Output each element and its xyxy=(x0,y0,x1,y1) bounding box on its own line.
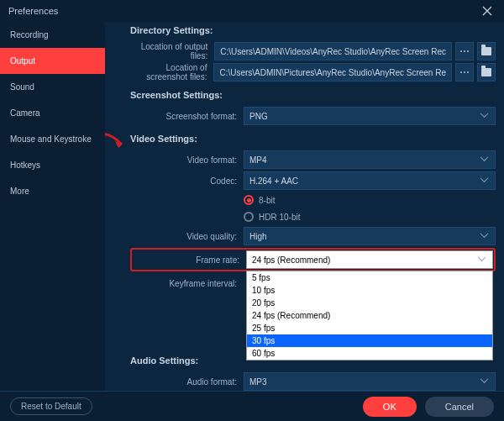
cancel-button[interactable]: Cancel xyxy=(425,397,494,417)
window-title: Preferences xyxy=(8,6,58,16)
framerate-option[interactable]: 30 fps xyxy=(247,334,492,347)
footer: Reset to Default OK Cancel xyxy=(0,391,504,421)
video-quality-select[interactable]: High xyxy=(244,227,496,245)
section-screenshot-title: Screenshot Settings: xyxy=(130,90,496,100)
close-button[interactable] xyxy=(479,3,496,19)
framerate-option[interactable]: 10 fps xyxy=(247,284,492,297)
framerate-option[interactable]: 25 fps xyxy=(247,322,492,334)
video-format-select[interactable]: MP4 xyxy=(244,150,496,169)
ok-button[interactable]: OK xyxy=(363,397,417,417)
sidebar-item-sound[interactable]: Sound xyxy=(0,74,105,100)
video-codec-select[interactable]: H.264 + AAC xyxy=(244,171,496,190)
radio-unselected-icon xyxy=(244,212,254,222)
sidebar: Recording Output Sound Camera Mouse and … xyxy=(0,22,105,391)
framerate-option[interactable]: 24 fps (Recommend) xyxy=(247,309,492,322)
screenshot-files-label: Location of screenshot files: xyxy=(130,63,213,82)
framerate-select[interactable]: 24 fps (Recommend) xyxy=(246,250,493,269)
framerate-option[interactable]: 5 fps xyxy=(247,271,492,284)
content-pane: Directory Settings: Location of output f… xyxy=(105,22,504,391)
sidebar-item-recording[interactable]: Recording xyxy=(0,22,105,48)
chevron-down-icon xyxy=(481,232,490,240)
folder-icon xyxy=(481,68,491,76)
radio-selected-icon xyxy=(244,195,254,205)
screenshot-files-open-folder-button[interactable] xyxy=(477,63,496,82)
video-format-label: Video format: xyxy=(130,155,244,165)
sidebar-item-more[interactable]: More xyxy=(0,178,105,204)
framerate-highlight-annotation: Frame rate: 24 fps (Recommend) 5 fps 10 … xyxy=(130,248,496,271)
chevron-down-icon xyxy=(479,255,487,264)
chevron-down-icon xyxy=(481,377,490,386)
ellipsis-icon xyxy=(459,66,470,78)
output-files-label: Location of output files: xyxy=(130,42,214,61)
reset-to-default-button[interactable]: Reset to Default xyxy=(10,397,92,415)
screenshot-files-browse-button[interactable] xyxy=(455,63,474,82)
framerate-dropdown-list: 5 fps 10 fps 20 fps 24 fps (Recommend) 2… xyxy=(246,271,493,360)
video-quality-label: Video quality: xyxy=(130,232,244,241)
screenshot-files-path[interactable]: C:\Users\ADMIN\Pictures\AnyRec Studio\An… xyxy=(213,63,452,82)
close-icon xyxy=(482,6,492,16)
output-files-browse-button[interactable] xyxy=(455,42,474,61)
ellipsis-icon xyxy=(459,45,470,57)
framerate-option[interactable]: 20 fps xyxy=(247,297,492,309)
section-directory-title: Directory Settings: xyxy=(130,25,496,35)
sidebar-item-mouse-keystroke[interactable]: Mouse and Keystroke xyxy=(0,126,105,152)
folder-icon xyxy=(481,47,491,55)
sidebar-item-output[interactable]: Output xyxy=(0,48,105,74)
chevron-down-icon xyxy=(481,112,490,120)
bitdepth-hdr10bit-radio[interactable]: HDR 10-bit xyxy=(244,212,300,222)
framerate-label: Frame rate: xyxy=(133,255,246,265)
audio-format-select[interactable]: MP3 xyxy=(244,372,496,391)
titlebar: Preferences xyxy=(0,0,504,22)
section-video-title: Video Settings: xyxy=(130,134,496,144)
sidebar-item-camera[interactable]: Camera xyxy=(0,100,105,126)
audio-format-label: Audio format: xyxy=(130,377,244,387)
keyframe-interval-label: Keyframe interval: xyxy=(130,279,244,288)
chevron-down-icon xyxy=(481,176,490,185)
chevron-down-icon xyxy=(481,155,490,164)
annotation-arrow-icon xyxy=(105,129,129,155)
screenshot-format-select[interactable]: PNG xyxy=(244,107,496,125)
sidebar-item-hotkeys[interactable]: Hotkeys xyxy=(0,152,105,178)
output-files-path[interactable]: C:\Users\ADMIN\Videos\AnyRec Studio\AnyR… xyxy=(214,42,452,61)
output-files-open-folder-button[interactable] xyxy=(477,42,496,61)
bitdepth-8bit-radio[interactable]: 8-bit xyxy=(244,195,275,205)
video-codec-label: Codec: xyxy=(130,176,244,186)
screenshot-format-label: Screenshot format: xyxy=(130,112,244,121)
framerate-option[interactable]: 60 fps xyxy=(247,347,492,360)
